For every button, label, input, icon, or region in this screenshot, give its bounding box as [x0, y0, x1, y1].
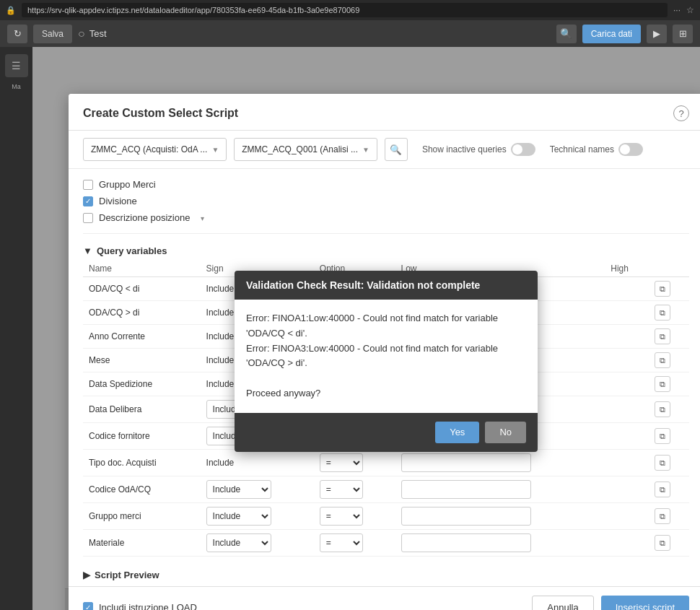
checkbox-gruppo-merci: Gruppo Merci	[83, 176, 689, 193]
option-select[interactable]: =	[320, 507, 363, 526]
sign-select[interactable]: Include	[206, 480, 271, 499]
sign-select[interactable]: Include	[206, 507, 271, 526]
row-low	[395, 476, 605, 503]
row-sign: Include	[201, 450, 314, 476]
sidebar-menu-icon[interactable]: ☰	[5, 54, 28, 77]
row-actions: ⧉	[649, 503, 689, 530]
row-low	[395, 530, 605, 557]
row-high	[605, 349, 648, 372]
security-icon: 🔒	[6, 6, 16, 15]
query-source-dropdown[interactable]: ZMMC_ACQ (Acquisti: OdA ... ▼	[83, 138, 227, 161]
descrizione-posizione-label: Descrizione posizione	[99, 212, 190, 223]
option-select[interactable]: =	[320, 533, 363, 552]
dialog-toolbar: ZMMC_ACQ (Acquisti: OdA ... ▼ ZMMC_ACQ_Q…	[69, 131, 700, 169]
row-high	[605, 530, 648, 557]
dropdown2-arrow-icon: ▼	[362, 146, 369, 154]
validation-error1: Error: FINOA1:Low:40000 - Could not find…	[246, 311, 526, 341]
view-toggle-button[interactable]: ⊞	[673, 25, 693, 43]
validation-footer: Yes No	[235, 413, 538, 452]
include-load-label: Includi istruzione LOAD	[99, 602, 197, 611]
query-name-dropdown[interactable]: ZMMC_ACQ_Q001 (Analisi ... ▼	[234, 138, 377, 161]
low-input[interactable]	[401, 453, 531, 472]
row-high	[605, 301, 648, 325]
option-select[interactable]: =	[320, 480, 363, 499]
play-button[interactable]: ▶	[647, 25, 667, 43]
descrizione-dropdown-icon[interactable]: ▾	[198, 214, 206, 222]
copy-row-button[interactable]: ⧉	[655, 508, 670, 524]
toggle-knob-2	[620, 144, 630, 154]
nav-refresh-button[interactable]: ↻	[7, 25, 27, 43]
low-input[interactable]	[401, 480, 531, 499]
dialog-header: Create Custom Select Script ?	[69, 94, 700, 131]
sidebar-ma-label: Ma	[12, 83, 21, 90]
low-input[interactable]	[401, 507, 531, 526]
validation-error2: Error: FINOA3:Low:40000 - Could not find…	[246, 341, 526, 372]
copy-row-button[interactable]: ⧉	[655, 535, 670, 551]
copy-row-button[interactable]: ⧉	[655, 281, 670, 297]
row-high	[605, 325, 648, 349]
include-load-checkbox[interactable]	[83, 602, 93, 610]
row-sign: Include	[201, 530, 314, 557]
row-actions: ⧉	[649, 325, 689, 349]
sign-select[interactable]: Include	[206, 533, 271, 552]
more-icon: ···	[673, 5, 681, 15]
save-button[interactable]: Salva	[33, 25, 72, 43]
test-icon: ○	[78, 27, 85, 40]
show-inactive-label: Show inactive queries	[422, 144, 507, 154]
row-high	[605, 277, 648, 301]
copy-row-button[interactable]: ⧉	[655, 482, 670, 497]
checkbox-descrizione-posizione: Descrizione posizione ▾	[83, 209, 689, 226]
search-button[interactable]: 🔍	[385, 138, 408, 161]
row-actions: ⧉	[649, 476, 689, 503]
copy-row-button[interactable]: ⧉	[655, 455, 670, 471]
row-high	[605, 372, 648, 396]
validation-header: Validation Check Result: Validation not …	[235, 271, 538, 300]
col-actions-header	[649, 261, 689, 277]
copy-row-button[interactable]: ⧉	[655, 328, 670, 344]
copy-row-button[interactable]: ⧉	[655, 376, 670, 392]
table-row: Codice OdA/CQ Include =	[83, 476, 689, 503]
app-container: ☰ Ma Create Custom Select Script ? ZMMC_…	[0, 47, 700, 610]
row-actions: ⧉	[649, 301, 689, 325]
copy-row-button[interactable]: ⧉	[655, 401, 670, 417]
browser-chrome: 🔒 https://srv-qlik-appdev.ictipzs.net/da…	[0, 0, 700, 47]
divisione-checkbox[interactable]	[83, 196, 93, 206]
row-high	[605, 450, 648, 476]
query-variables-header[interactable]: ▼ Query variables	[83, 241, 689, 261]
insert-script-button[interactable]: Inserisci script	[601, 596, 689, 610]
show-inactive-toggle-group: Show inactive queries	[422, 143, 535, 156]
row-sign: Include	[201, 503, 314, 530]
search-global-button[interactable]: 🔍	[556, 25, 577, 43]
cancel-button[interactable]: Annulla	[532, 596, 593, 610]
url-text: https://srv-qlik-appdev.ictipzs.net/data…	[22, 3, 668, 17]
search-icon: 🔍	[390, 144, 402, 155]
dialog-title: Create Custom Select Script	[83, 107, 238, 120]
script-preview-section[interactable]: ▶ Script Preview	[83, 564, 689, 586]
row-sign: Include	[201, 476, 314, 503]
query-source-value: ZMMC_ACQ (Acquisti: OdA ...	[91, 144, 207, 154]
row-name: Tipo doc. Acquisti	[83, 450, 201, 476]
low-input[interactable]	[401, 533, 531, 552]
copy-row-button[interactable]: ⧉	[655, 428, 670, 444]
descrizione-posizione-checkbox[interactable]	[83, 213, 93, 223]
row-actions: ⧉	[649, 450, 689, 476]
technical-names-toggle[interactable]	[618, 143, 643, 156]
dialog-footer: Includi istruzione LOAD Annulla Inserisc…	[69, 586, 700, 610]
option-select[interactable]: =	[320, 453, 363, 472]
checkbox-divisione: Divisione	[83, 193, 689, 209]
copy-row-button[interactable]: ⧉	[655, 352, 670, 368]
copy-row-button[interactable]: ⧉	[655, 305, 670, 321]
row-name: ODA/CQ < di	[83, 277, 201, 301]
row-name: Codice OdA/CQ	[83, 476, 201, 503]
checkboxes-section: Gruppo Merci Divisione Descrizione posiz…	[83, 169, 689, 234]
help-button[interactable]: ?	[673, 105, 689, 121]
col-high-header: High	[605, 261, 648, 277]
gruppo-merci-checkbox[interactable]	[83, 180, 93, 190]
no-button[interactable]: No	[485, 422, 526, 443]
col-name-header: Name	[83, 261, 201, 277]
show-inactive-toggle[interactable]	[511, 143, 535, 156]
yes-button[interactable]: Yes	[435, 422, 479, 443]
load-data-button[interactable]: Carica dati	[582, 25, 641, 43]
include-load-group: Includi istruzione LOAD	[83, 602, 197, 611]
row-high	[605, 476, 648, 503]
